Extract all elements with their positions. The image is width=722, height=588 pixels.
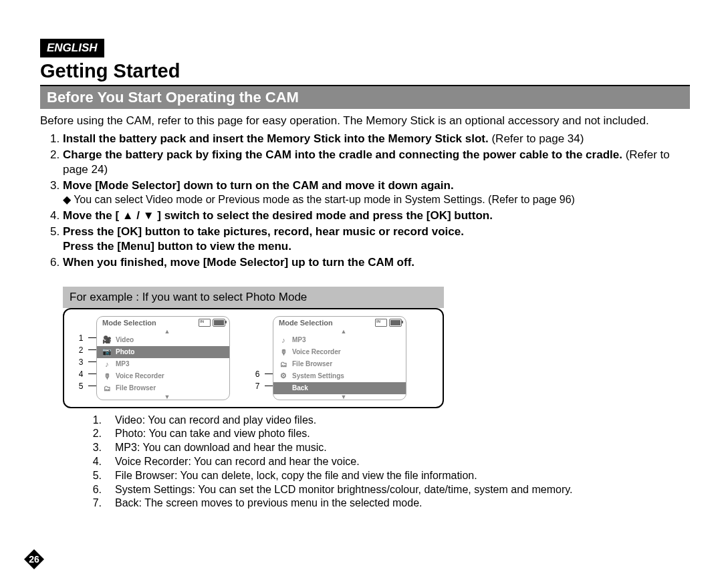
mode-item-icon: ⚙ bbox=[279, 372, 288, 380]
description-list: 1.Video: You can record and play video f… bbox=[90, 414, 690, 511]
step-5-bold-b: Press the [Menu] button to view the menu… bbox=[63, 240, 291, 253]
step-4: Move the [ ▲ / ▼ ] switch to select the … bbox=[63, 208, 690, 223]
mode-item-icon: 🗂 bbox=[279, 360, 288, 368]
mode-item-icon: 🎙 bbox=[279, 348, 288, 356]
description-text: Video: You can record and play video fil… bbox=[115, 414, 316, 428]
mode-item: ♪MP3 bbox=[97, 358, 229, 370]
section-heading: Before You Start Operating the CAM bbox=[40, 85, 690, 109]
description-text: Voice Recorder: You can record and hear … bbox=[115, 455, 360, 469]
right-numbers: 6 7 bbox=[250, 316, 265, 392]
memory-icon: IN bbox=[375, 319, 387, 327]
page-title: Getting Started bbox=[40, 60, 690, 82]
description-row: 4.Voice Recorder: You can record and hea… bbox=[90, 455, 690, 469]
step-3-sub: ◆ You can select Video mode or Previous … bbox=[72, 193, 690, 207]
intro-text: Before using the CAM, refer to this page… bbox=[40, 114, 690, 128]
description-text: File Browser: You can delete, lock, copy… bbox=[115, 469, 477, 483]
left-screen-title: Mode Selection bbox=[102, 319, 156, 327]
right-screen: Mode Selection IN ▲ ♪MP3🎙Voice Recorder🗂… bbox=[273, 316, 406, 400]
mode-item-icon: 🎥 bbox=[102, 335, 112, 344]
step-4-bold: Move the [ ▲ / ▼ ] switch to select the … bbox=[63, 209, 493, 222]
mode-item-label: Back bbox=[292, 384, 308, 392]
mode-item-label: Voice Recorder bbox=[116, 372, 164, 380]
description-number: 7. bbox=[90, 496, 102, 510]
language-badge: ENGLISH bbox=[40, 39, 104, 57]
mode-item-label: File Browser bbox=[116, 384, 156, 392]
example-box: For example : If you want to select Phot… bbox=[63, 287, 690, 511]
right-screen-title: Mode Selection bbox=[279, 319, 333, 327]
step-1-note: (Refer to page 34) bbox=[489, 132, 584, 145]
description-number: 3. bbox=[90, 441, 102, 455]
step-1: Install the battery pack and insert the … bbox=[63, 132, 690, 146]
diagram: 1 2 3 4 5 Mode Selection IN bbox=[63, 308, 444, 408]
mode-item-icon: 📷 bbox=[102, 347, 112, 356]
mode-item: Back bbox=[273, 382, 406, 394]
mode-item-label: MP3 bbox=[292, 336, 306, 343]
left-screen: Mode Selection IN ▲ 🎥Video📷Photo♪MP3🎙Voi… bbox=[96, 316, 230, 400]
arrow-up-icon: ▲ bbox=[273, 329, 406, 334]
description-row: 7.Back: The screen moves to previous men… bbox=[90, 496, 690, 510]
example-title: For example : If you want to select Phot… bbox=[63, 287, 444, 308]
mode-item-label: Voice Recorder bbox=[292, 348, 341, 355]
step-2: Charge the battery pack by fixing the CA… bbox=[63, 148, 690, 177]
description-number: 2. bbox=[90, 427, 102, 441]
page-number: 26 bbox=[24, 549, 44, 569]
description-number: 6. bbox=[90, 483, 102, 497]
mode-item-icon: 🎙 bbox=[102, 372, 112, 380]
description-number: 1. bbox=[90, 414, 102, 428]
mode-item: 🎙Voice Recorder bbox=[97, 370, 229, 382]
mode-item-label: Photo bbox=[116, 348, 134, 355]
description-row: 2.Photo: You can take and view photo fil… bbox=[90, 427, 690, 441]
description-row: 3.MP3: You can download and hear the mus… bbox=[90, 441, 690, 455]
description-row: 5.File Browser: You can delete, lock, co… bbox=[90, 469, 690, 483]
mode-item: 🗂File Browser bbox=[97, 382, 229, 394]
steps-list: Install the battery pack and insert the … bbox=[40, 132, 690, 271]
mode-item: ⚙System Settings bbox=[273, 370, 406, 382]
mode-item-icon: 🗂 bbox=[102, 384, 112, 392]
memory-icon: IN bbox=[199, 319, 211, 327]
step-6: When you finished, move [Mode Selector] … bbox=[63, 255, 690, 270]
step-1-bold: Install the battery pack and insert the … bbox=[63, 132, 489, 145]
left-numbers: 1 2 3 4 5 bbox=[74, 316, 88, 392]
description-number: 4. bbox=[90, 455, 102, 469]
step-3-bold: Move [Mode Selector] down to turn on the… bbox=[63, 179, 454, 192]
description-text: MP3: You can download and hear the music… bbox=[115, 441, 327, 455]
mode-item-icon: ♪ bbox=[102, 360, 112, 368]
mode-item-label: System Settings bbox=[292, 372, 344, 380]
mode-item: 🎥Video bbox=[97, 334, 229, 346]
step-2-bold: Charge the battery pack by fixing the CA… bbox=[63, 148, 622, 161]
step-5-bold-a: Press the [OK] button to take pictures, … bbox=[63, 225, 464, 238]
mode-item: 🎙Voice Recorder bbox=[273, 346, 406, 358]
description-row: 6.System Settings: You can set the LCD m… bbox=[90, 483, 690, 497]
step-5: Press the [OK] button to take pictures, … bbox=[63, 225, 690, 254]
description-number: 5. bbox=[90, 469, 102, 483]
arrow-up-icon: ▲ bbox=[97, 329, 229, 334]
description-text: Back: The screen moves to previous menu … bbox=[115, 496, 423, 510]
arrow-down-icon: ▼ bbox=[273, 394, 406, 400]
step-6-bold: When you finished, move [Mode Selector] … bbox=[63, 256, 414, 269]
mode-item: 🗂File Browser bbox=[273, 358, 406, 370]
description-text: System Settings: You can set the LCD mon… bbox=[115, 483, 572, 497]
description-row: 1.Video: You can record and play video f… bbox=[90, 414, 690, 428]
mode-item-label: File Browser bbox=[292, 360, 332, 368]
arrow-down-icon: ▼ bbox=[97, 394, 229, 400]
battery-icon bbox=[213, 319, 225, 327]
mode-item: ♪MP3 bbox=[273, 334, 406, 346]
mode-item-label: MP3 bbox=[116, 360, 130, 368]
step-3: Move [Mode Selector] down to turn on the… bbox=[63, 178, 690, 207]
mode-item: 📷Photo bbox=[97, 346, 229, 358]
mode-item-icon: ♪ bbox=[279, 336, 288, 344]
description-text: Photo: You can take and view photo files… bbox=[115, 427, 310, 441]
battery-icon bbox=[389, 319, 402, 327]
mode-item-label: Video bbox=[116, 336, 134, 343]
